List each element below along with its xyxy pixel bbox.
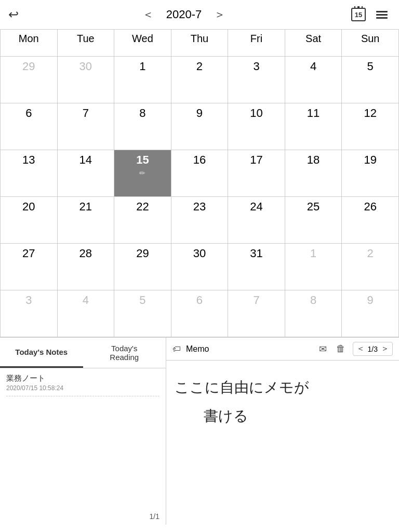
notes-tabs: Today's Notes Today'sReading	[0, 338, 166, 368]
calendar-day-cell[interactable]: 2	[342, 244, 399, 290]
calendar-day-cell[interactable]: 6	[1, 103, 58, 150]
day-number: 13	[3, 153, 55, 167]
day-number: 3	[230, 60, 283, 73]
note-item[interactable]: 業務ノート 2020/07/15 10:58:24	[6, 374, 159, 392]
list-icon	[375, 9, 389, 21]
calendar-day-cell[interactable]: 5	[342, 57, 399, 103]
day-number: 1	[287, 247, 340, 260]
weekday-tue: Tue	[57, 30, 114, 57]
weekday-mon: Mon	[1, 30, 58, 57]
calendar-day-cell[interactable]: 12	[342, 103, 399, 150]
calendar-day-cell[interactable]: 28	[57, 244, 114, 290]
day-number: 18	[287, 153, 340, 167]
calendar-day-cell[interactable]: 14	[57, 150, 114, 197]
calendar-day-cell[interactable]: 22	[114, 197, 171, 244]
back-button[interactable]: ↩	[8, 7, 19, 22]
day-number: 4	[287, 60, 340, 73]
day-number: 10	[230, 107, 283, 120]
memo-line-1: ここに自由にメモが	[175, 376, 391, 400]
calendar-body: 2930123456789101112131415✏16171819202122…	[1, 57, 399, 337]
calendar-day-cell[interactable]: 1	[114, 57, 171, 103]
weekday-fri: Fri	[228, 30, 285, 57]
calendar-day-cell[interactable]: 29	[114, 244, 171, 290]
calendar-day-cell[interactable]: 13	[1, 150, 58, 197]
bottom-section: Today's Notes Today'sReading 業務ノート 2020/…	[0, 337, 399, 525]
calendar-day-cell[interactable]: 11	[285, 103, 342, 150]
memo-nav: ＜ 1/3 ＞	[353, 342, 393, 356]
calendar-day-cell[interactable]: 7	[57, 103, 114, 150]
memo-next-button[interactable]: ＞	[381, 343, 389, 354]
day-number: 4	[60, 294, 112, 307]
calendar-week-row: 6789101112	[1, 103, 399, 150]
calendar-day-cell[interactable]: 9	[342, 290, 399, 337]
day-number: 7	[60, 107, 112, 120]
tag-icon: 🏷	[172, 344, 181, 354]
calendar-day-cell[interactable]: 24	[228, 197, 285, 244]
calendar-day-cell[interactable]: 7	[228, 290, 285, 337]
calendar-day-cell[interactable]: 8	[285, 290, 342, 337]
day-number: 30	[60, 60, 112, 73]
calendar-day-cell[interactable]: 27	[1, 244, 58, 290]
calendar-day-cell[interactable]: 4	[57, 290, 114, 337]
calendar-day-cell[interactable]: 15✏	[114, 150, 171, 197]
year-month-label: 2020-7	[166, 8, 202, 21]
calendar-day-cell[interactable]: 5	[114, 290, 171, 337]
calendar-day-cell[interactable]: 16	[171, 150, 228, 197]
calendar-day-cell[interactable]: 2	[171, 57, 228, 103]
weekday-sun: Sun	[342, 30, 399, 57]
day-number: 31	[230, 247, 283, 260]
calendar-day-cell[interactable]: 20	[1, 197, 58, 244]
day-number: 23	[174, 200, 226, 214]
calendar-day-cell[interactable]: 3	[228, 57, 285, 103]
day-number: 25	[287, 200, 340, 214]
calendar-day-cell[interactable]: 1	[285, 244, 342, 290]
today-button[interactable]: 15	[349, 6, 368, 23]
calendar-day-cell[interactable]: 25	[285, 197, 342, 244]
next-month-button[interactable]: ＞	[210, 5, 230, 24]
calendar-day-cell[interactable]: 19	[342, 150, 399, 197]
day-number: 17	[230, 153, 283, 167]
memo-panel: 🏷 Memo ✉ 🗑 ＜ 1/3 ＞ ここに自由にメモが 書ける	[166, 338, 399, 525]
day-number: 26	[344, 200, 396, 214]
memo-delete-button[interactable]: 🗑	[334, 342, 348, 355]
tab-todays-reading[interactable]: Today'sReading	[83, 338, 166, 368]
calendar-day-cell[interactable]: 8	[114, 103, 171, 150]
day-number: 7	[230, 294, 283, 307]
memo-prev-button[interactable]: ＜	[356, 343, 365, 354]
calendar-day-cell[interactable]: 10	[228, 103, 285, 150]
calendar-day-cell[interactable]: 23	[171, 197, 228, 244]
calendar-day-cell[interactable]: 3	[1, 290, 58, 337]
menu-button[interactable]	[373, 7, 391, 23]
day-number: 2	[174, 60, 226, 73]
calendar-day-cell[interactable]: 17	[228, 150, 285, 197]
calendar-weekday-row: Mon Tue Wed Thu Fri Sat Sun	[1, 30, 399, 57]
calendar-day-cell[interactable]: 6	[171, 290, 228, 337]
calendar-day-cell[interactable]: 30	[171, 244, 228, 290]
note-title: 業務ノート	[6, 374, 159, 383]
day-number: 3	[3, 294, 55, 307]
memo-email-button[interactable]: ✉	[317, 342, 329, 356]
day-number: 29	[116, 247, 169, 260]
day-number: 8	[287, 294, 340, 307]
notes-page-num: 1/1	[0, 508, 166, 525]
day-number: 5	[344, 60, 396, 73]
header-left: ↩	[8, 7, 19, 22]
day-number: 5	[116, 294, 169, 307]
weekday-thu: Thu	[171, 30, 228, 57]
tab-todays-notes[interactable]: Today's Notes	[0, 338, 83, 368]
calendar-day-cell[interactable]: 30	[57, 57, 114, 103]
calendar-day-cell[interactable]: 26	[342, 197, 399, 244]
calendar-day-cell[interactable]: 29	[1, 57, 58, 103]
prev-month-button[interactable]: ＜	[138, 5, 158, 24]
calendar-day-cell[interactable]: 18	[285, 150, 342, 197]
weekday-wed: Wed	[114, 30, 171, 57]
day-number: 14	[60, 153, 112, 167]
calendar-day-cell[interactable]: 31	[228, 244, 285, 290]
calendar-week-row: 131415✏16171819	[1, 150, 399, 197]
calendar-day-cell[interactable]: 9	[171, 103, 228, 150]
calendar-day-cell[interactable]: 4	[285, 57, 342, 103]
day-number: 9	[344, 294, 396, 307]
day-number: 1	[116, 60, 169, 73]
calendar-week-row: 3456789	[1, 290, 399, 337]
calendar-day-cell[interactable]: 21	[57, 197, 114, 244]
